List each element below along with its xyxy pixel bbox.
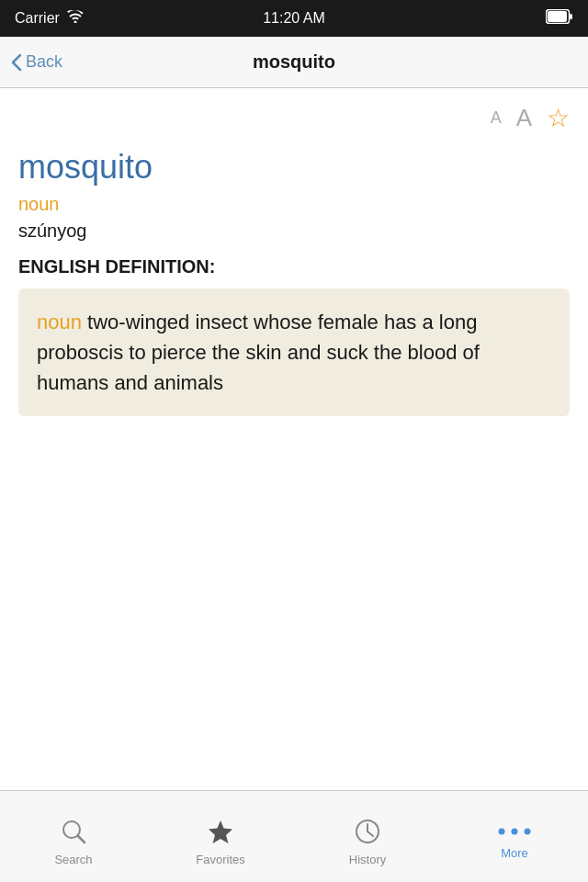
tab-favorites[interactable]: Favorites	[147, 807, 294, 866]
tab-search-label: Search	[54, 853, 92, 866]
tab-more-label: More	[501, 846, 528, 860]
font-large-button[interactable]: A	[516, 104, 532, 132]
definition-box: noun two-winged insect whose female has …	[18, 288, 570, 416]
svg-point-10	[512, 829, 518, 835]
font-controls: A A ☆	[0, 88, 588, 141]
font-small-button[interactable]: A	[491, 108, 502, 128]
status-time: 11:20 AM	[125, 10, 463, 27]
wifi-icon	[67, 10, 84, 27]
star-icon	[207, 818, 234, 849]
favorite-star-button[interactable]: ☆	[547, 103, 570, 133]
word-pos: noun	[0, 190, 588, 219]
tab-history[interactable]: History	[294, 807, 441, 866]
svg-rect-1	[548, 11, 567, 22]
word-title: mosquito	[0, 141, 588, 190]
tab-search[interactable]: Search	[0, 807, 147, 866]
battery-icon	[546, 9, 573, 28]
clock-icon	[354, 818, 381, 849]
nav-bar: Back mosquito	[0, 37, 588, 88]
section-label: ENGLISH DEFINITION:	[0, 249, 588, 288]
more-dots-icon	[498, 824, 531, 842]
status-bar: Carrier 11:20 AM	[0, 0, 588, 37]
back-button[interactable]: Back	[11, 52, 62, 72]
definition-pos: noun	[37, 311, 82, 334]
status-battery	[463, 9, 573, 28]
svg-line-4	[78, 836, 85, 842]
word-translation: szúnyog	[0, 219, 588, 249]
definition-text: two-winged insect whose female has a lon…	[37, 311, 480, 394]
search-icon	[60, 818, 87, 849]
svg-marker-5	[209, 820, 232, 843]
time-label: 11:20 AM	[263, 10, 325, 26]
svg-point-11	[525, 829, 531, 835]
svg-point-9	[499, 829, 505, 835]
nav-title: mosquito	[253, 51, 335, 73]
back-label: Back	[26, 52, 62, 72]
tab-history-label: History	[349, 853, 386, 866]
svg-rect-2	[570, 14, 572, 19]
tab-more[interactable]: More	[441, 813, 588, 860]
tab-bar: Search Favorites History	[0, 790, 588, 882]
carrier-label: Carrier	[15, 10, 60, 27]
status-carrier: Carrier	[15, 10, 125, 27]
tab-favorites-label: Favorites	[196, 853, 244, 866]
svg-line-8	[368, 831, 373, 836]
